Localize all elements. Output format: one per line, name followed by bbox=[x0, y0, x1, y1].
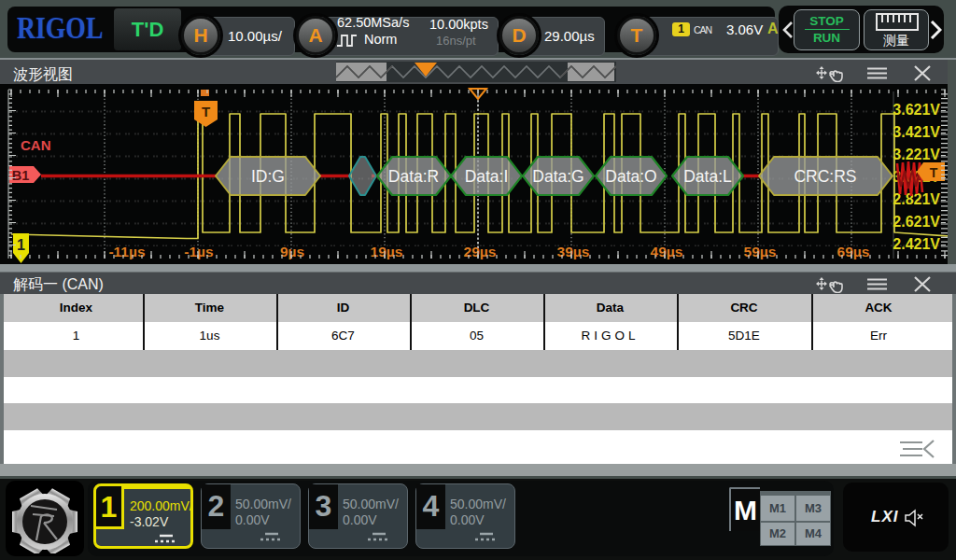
svg-text:3.421V: 3.421V bbox=[893, 124, 940, 140]
svg-text:3.221V: 3.221V bbox=[893, 147, 940, 162]
svg-text:T: T bbox=[930, 165, 938, 180]
svg-text:Data:I: Data:I bbox=[465, 167, 509, 186]
svg-text:CAN: CAN bbox=[21, 137, 51, 153]
svg-text:CRC:RS: CRC:RS bbox=[794, 167, 856, 186]
svg-text:1: 1 bbox=[17, 237, 25, 253]
svg-text:3.621V: 3.621V bbox=[893, 102, 940, 118]
svg-text:T: T bbox=[202, 104, 210, 119]
svg-text:2.621V: 2.621V bbox=[893, 214, 940, 230]
svg-text:Data:R: Data:R bbox=[388, 167, 439, 186]
svg-text:B1: B1 bbox=[12, 168, 30, 183]
svg-text:2.421V: 2.421V bbox=[893, 236, 940, 252]
svg-text:Data:O: Data:O bbox=[605, 167, 656, 186]
svg-text:ID:G: ID:G bbox=[251, 167, 285, 186]
svg-text:Data:L: Data:L bbox=[683, 167, 732, 186]
svg-text:Data:G: Data:G bbox=[532, 167, 583, 186]
